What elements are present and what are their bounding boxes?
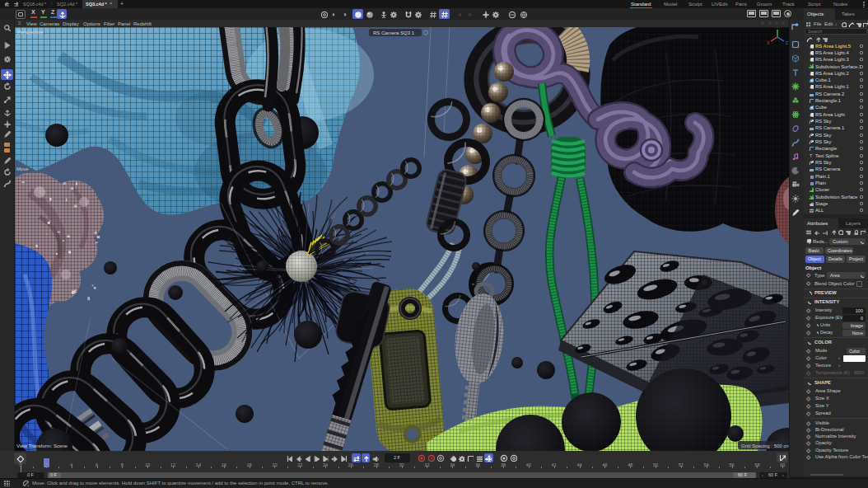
svg-text:Z: Z bbox=[786, 40, 788, 45]
svg-text:Grid Spacing : 500 cm: Grid Spacing : 500 cm bbox=[741, 443, 789, 448]
svg-text:Perspective: Perspective bbox=[17, 30, 44, 35]
svg-text:Move: Move bbox=[16, 167, 29, 171]
svg-text:RS Camera SQ3 1: RS Camera SQ3 1 bbox=[373, 30, 415, 35]
svg-text:A: A bbox=[430, 456, 433, 461]
svg-text:View Transform: Scene: View Transform: Scene bbox=[16, 443, 68, 448]
